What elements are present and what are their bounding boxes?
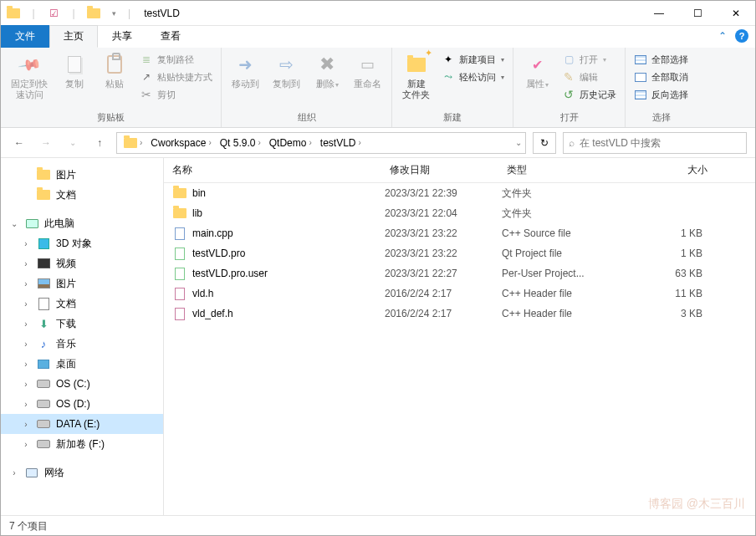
chevron-right-icon[interactable]: › [309, 138, 311, 147]
move-to-button[interactable]: ➜ 移动到 [227, 49, 264, 93]
group-label: 打开 [518, 110, 620, 127]
table-row[interactable]: lib2023/3/21 22:04文件夹 [164, 203, 755, 223]
nav-docs-pc[interactable]: ›文档 [1, 294, 163, 314]
history-button[interactable]: ↺历史记录 [559, 87, 620, 102]
table-row[interactable]: testVLD.pro.user2023/3/21 22:27Per-User … [164, 263, 755, 283]
new-folder-button[interactable]: ✦ 新建 文件夹 [397, 49, 435, 104]
pin-icon: 📌 [13, 48, 46, 81]
refresh-button[interactable]: ↻ [533, 132, 556, 154]
close-button[interactable]: ✕ [717, 1, 755, 26]
edit-button[interactable]: ✎编辑 [559, 69, 620, 84]
copy-path-button[interactable]: ≣复制路径 [136, 52, 216, 67]
collapse-icon[interactable]: ⌄ [9, 219, 19, 228]
col-date[interactable]: 修改日期 [390, 163, 507, 177]
folder-icon[interactable] [86, 6, 101, 21]
chevron-right-icon[interactable]: › [208, 138, 211, 147]
expand-icon[interactable]: › [21, 259, 31, 268]
expand-icon[interactable]: › [21, 239, 31, 248]
nav-pictures[interactable]: 图片 [1, 165, 163, 185]
expand-icon[interactable]: › [21, 360, 31, 369]
col-name[interactable]: 名称 [172, 163, 390, 177]
table-row[interactable]: testVLD.pro2023/3/21 23:22Qt Project fil… [164, 243, 755, 263]
document-icon [36, 296, 51, 311]
expand-icon[interactable]: › [9, 468, 19, 477]
open-button[interactable]: ▢打开▾ [559, 52, 620, 67]
nav-drive-c[interactable]: ›OS (C:) [1, 374, 163, 394]
copyto-icon: ⇨ [275, 53, 299, 76]
back-button[interactable]: ← [9, 133, 29, 153]
expand-icon[interactable]: › [21, 299, 31, 309]
expand-icon[interactable]: › [21, 279, 31, 288]
expand-icon[interactable]: › [21, 420, 31, 429]
copy-button[interactable]: 复制 [56, 49, 93, 93]
paste-shortcut-button[interactable]: ↗粘贴快捷方式 [136, 69, 216, 84]
easy-access-button[interactable]: ⤳轻松访问▾ [438, 69, 508, 84]
qat-dropdown-icon[interactable]: ▾ [106, 6, 121, 21]
collapse-ribbon-icon[interactable]: ⌃ [718, 30, 727, 42]
nav-drive-d[interactable]: ›OS (D:) [1, 394, 163, 414]
copy-to-button[interactable]: ⇨ 复制到 [268, 49, 305, 93]
file-date: 2023/3/21 22:39 [385, 187, 502, 199]
chevron-down-icon[interactable]: ⌄ [515, 138, 522, 147]
invert-selection-button[interactable]: 反向选择 [631, 87, 692, 102]
minimize-button[interactable]: — [640, 1, 678, 26]
nav-network[interactable]: ›网络 [1, 462, 163, 482]
rename-icon: ▭ [356, 53, 380, 76]
cut-button[interactable]: ✂剪切 [136, 87, 216, 102]
properties-icon: ✔ [525, 53, 549, 76]
nav-docs[interactable]: 文档 [1, 185, 163, 205]
search-box[interactable]: ⌕ [563, 132, 747, 154]
rename-button[interactable]: ▭ 重命名 [349, 49, 386, 93]
col-size[interactable]: 大小 [641, 163, 707, 177]
table-row[interactable]: main.cpp2023/3/21 23:22C++ Source file1 … [164, 223, 755, 243]
tab-file[interactable]: 文件 [1, 25, 49, 48]
tab-share[interactable]: 共享 [98, 25, 146, 48]
expand-icon[interactable]: › [21, 380, 31, 389]
nav-music[interactable]: ›♪音乐 [1, 334, 163, 354]
group-label: 组织 [227, 110, 386, 127]
col-type[interactable]: 类型 [507, 163, 641, 177]
file-size: 11 KB [636, 288, 702, 299]
nav-pictures-pc[interactable]: ›图片 [1, 273, 163, 294]
new-item-button[interactable]: ✦新建项目▾ [438, 52, 508, 67]
expand-icon[interactable]: › [21, 440, 31, 449]
nav-drive-f[interactable]: ›新加卷 (F:) [1, 434, 163, 454]
expand-icon[interactable]: › [21, 339, 31, 349]
select-all-button[interactable]: 全部选择 [631, 52, 692, 67]
navigation-pane[interactable]: 图片 文档 ⌄此电脑 ›3D 对象 ›视频 ›图片 ›文档 ›⬇下载 ›♪音乐 … [1, 158, 164, 515]
delete-button[interactable]: ✖ 删除▾ [309, 49, 345, 94]
recent-dropdown[interactable]: ⌄ [63, 133, 83, 153]
copy-icon [63, 53, 86, 76]
column-headers[interactable]: 名称 修改日期 类型 大小 [164, 158, 755, 183]
chevron-right-icon[interactable]: › [140, 138, 142, 147]
nav-this-pc[interactable]: ⌄此电脑 [1, 213, 163, 233]
breadcrumb[interactable]: › Cworkspace› Qt 5.9.0› QtDemo› testVLD›… [116, 132, 526, 154]
table-row[interactable]: bin2023/3/21 22:39文件夹 [164, 183, 755, 203]
forward-button[interactable]: → [36, 133, 56, 153]
nav-videos[interactable]: ›视频 [1, 253, 163, 273]
properties-button[interactable]: ✔ 属性▾ [518, 49, 555, 94]
nav-desktop[interactable]: ›桌面 [1, 354, 163, 374]
file-icon [172, 226, 187, 241]
up-button[interactable]: ↑ [89, 133, 110, 153]
chevron-right-icon[interactable]: › [358, 138, 360, 147]
table-row[interactable]: vld.h2016/2/24 2:17C++ Header file11 KB [164, 283, 755, 304]
paste-button[interactable]: 粘贴 [96, 49, 133, 93]
help-icon[interactable]: ? [735, 29, 748, 43]
expand-icon[interactable]: › [21, 319, 31, 329]
search-input[interactable] [580, 137, 741, 149]
chevron-right-icon[interactable]: › [258, 138, 260, 147]
select-none-button[interactable]: 全部取消 [631, 69, 692, 84]
check-icon[interactable]: ☑ [46, 6, 61, 21]
nav-3d[interactable]: ›3D 对象 [1, 233, 163, 253]
expand-icon[interactable]: › [21, 400, 31, 409]
nav-drive-e[interactable]: ›DATA (E:) [1, 414, 163, 434]
tab-home[interactable]: 主页 [49, 25, 98, 48]
table-row[interactable]: vld_def.h2016/2/24 2:17C++ Header file3 … [164, 304, 755, 324]
maximize-button[interactable]: ☐ [678, 1, 717, 26]
tab-view[interactable]: 查看 [146, 25, 195, 48]
file-name: main.cpp [192, 227, 233, 239]
nav-downloads[interactable]: ›⬇下载 [1, 314, 163, 334]
divider-icon: | [66, 6, 81, 21]
pin-quickaccess-button[interactable]: 📌 固定到快 速访问 [6, 49, 53, 104]
